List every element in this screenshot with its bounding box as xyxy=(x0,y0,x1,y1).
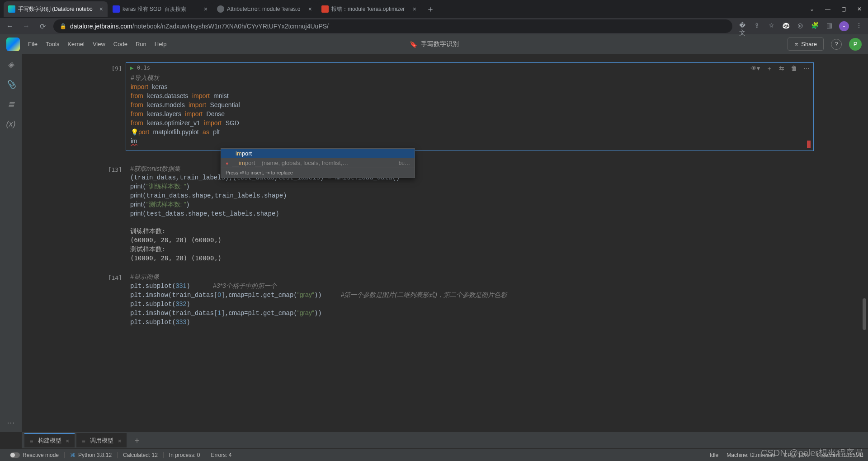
code-editor[interactable]: #显示图像 plt.subplot(331) #3*3个格子中的第一个 plt.… xyxy=(126,272,814,331)
share-page-icon[interactable]: ⇪ xyxy=(752,22,761,31)
chevron-down-icon[interactable]: ⌄ xyxy=(810,6,814,12)
autocomplete-tail: bu… xyxy=(399,160,410,166)
cpu-info: CPU: 12% xyxy=(783,452,809,458)
mem-info: FreeMem: 1355MB xyxy=(817,452,863,458)
code-cell[interactable]: #获取mnist数据集 (train_datas,train_labels),(… xyxy=(126,164,814,269)
notebook-area: [9] ▶ 0.1s 👁▾ ＋ ⇆ 🗑 ⋯ #导入模块 import keras… xyxy=(22,54,868,432)
translate-icon[interactable]: �文 xyxy=(738,22,747,31)
sheet-tab-active[interactable]: ≡ 构建模型 × xyxy=(24,433,75,447)
add-cell-icon[interactable]: ＋ xyxy=(766,65,773,73)
share-label: Share xyxy=(801,41,817,47)
run-menu[interactable]: Run xyxy=(136,41,146,47)
reload-icon[interactable]: ⟳ xyxy=(37,22,48,31)
close-icon[interactable]: × xyxy=(204,5,208,13)
status-bar: Reactive mode ⌘ Python 3.8.12 Calculated… xyxy=(0,448,868,461)
attachment-icon[interactable]: 📎 xyxy=(6,80,16,89)
close-icon[interactable]: × xyxy=(413,5,416,13)
autocomplete-popup: import ● __import__(name, globals, local… xyxy=(221,148,415,178)
python-version[interactable]: ⌘ Python 3.8.12 xyxy=(65,452,118,458)
lock-icon: 🔒 xyxy=(60,23,66,29)
tab-title: 手写数字识别 (Datalore notebo xyxy=(18,5,97,13)
browser-tab[interactable]: keras 没有 SGD_百度搜索 × xyxy=(108,1,212,17)
code-editor[interactable]: #导入模块 import keras from keras.datasets i… xyxy=(126,73,813,151)
add-sheet-button[interactable]: ＋ xyxy=(128,435,146,446)
browser-tab[interactable]: 报错：module 'keras.optimizer × xyxy=(317,1,421,17)
error-count[interactable]: Errors: 4 xyxy=(206,452,237,458)
move-cell-icon[interactable]: ⇆ xyxy=(779,65,784,73)
browser-tab[interactable]: AttributeError: module 'keras.o × xyxy=(212,1,316,17)
close-icon[interactable]: × xyxy=(118,437,122,444)
autocomplete-item-selected[interactable]: import xyxy=(221,149,415,158)
url-text: datalore.jetbrains.com/notebook/nZadxuwH… xyxy=(70,23,329,30)
help-button[interactable]: ? xyxy=(831,39,842,50)
cell-prompt: [14] xyxy=(103,272,126,331)
share-icon: ∝ xyxy=(794,41,798,47)
delete-cell-icon[interactable]: 🗑 xyxy=(791,65,797,73)
python-icon: ⌘ xyxy=(70,452,75,458)
share-button[interactable]: ∝ Share xyxy=(788,38,824,51)
inprocess-count: In process: 0 xyxy=(164,452,206,458)
more-icon[interactable]: ⋯ xyxy=(7,418,15,428)
csdn-favicon xyxy=(321,5,329,13)
toggle-icon xyxy=(10,452,20,458)
code-menu[interactable]: Code xyxy=(113,41,127,47)
extension-icon[interactable]: ◎ xyxy=(796,22,805,31)
browser-toolbar: ← → ⟳ 🔒 datalore.jetbrains.com/notebook/… xyxy=(0,18,868,34)
package-icon[interactable]: ◈ xyxy=(8,60,14,70)
reactive-mode-toggle[interactable]: Reactive mode xyxy=(5,452,65,458)
error-badge-icon: ● xyxy=(226,160,229,166)
view-menu[interactable]: View xyxy=(93,41,105,47)
kernel-menu[interactable]: Kernel xyxy=(67,41,85,47)
sheet-icon: ≡ xyxy=(82,437,85,444)
extensions-puzzle-icon[interactable]: 🧩 xyxy=(810,22,819,31)
baidu-favicon xyxy=(113,5,120,13)
star-icon[interactable]: ☆ xyxy=(767,22,776,31)
exec-time: 0.1s xyxy=(137,65,150,71)
new-tab-button[interactable]: ＋ xyxy=(424,3,437,15)
vertical-scrollbar[interactable] xyxy=(863,54,867,432)
error-gutter-marker[interactable] xyxy=(807,141,811,148)
notebook-title[interactable]: 🔖 手写数字识别 xyxy=(410,40,459,48)
extension-icon[interactable]: 🐼 xyxy=(781,22,790,31)
code-cell-active[interactable]: ▶ 0.1s 👁▾ ＋ ⇆ 🗑 ⋯ #导入模块 import keras fro… xyxy=(126,62,814,151)
sheet-label: 构建模型 xyxy=(38,437,61,445)
datalore-logo[interactable] xyxy=(6,38,20,51)
close-icon[interactable]: × xyxy=(66,437,70,444)
sheet-icon: ≡ xyxy=(30,437,33,444)
side-panel-icon[interactable]: ▥ xyxy=(825,22,834,31)
bookmark-icon: 🔖 xyxy=(410,41,417,48)
help-menu[interactable]: Help xyxy=(155,41,167,47)
lightbulb-icon[interactable]: 💡 xyxy=(131,128,138,136)
run-icon[interactable]: ▶ xyxy=(130,65,133,71)
cell-prompt: [9] xyxy=(103,62,126,151)
kebab-menu-icon[interactable]: ⋮ xyxy=(854,22,863,31)
cell-toolbar: 👁▾ ＋ ⇆ 🗑 ⋯ xyxy=(750,65,810,73)
maximize-icon[interactable]: ▢ xyxy=(841,6,846,12)
sheet-label: 调用模型 xyxy=(90,437,113,445)
scrollbar-thumb[interactable] xyxy=(863,298,866,330)
autocomplete-item[interactable]: ● __import__(name, globals, locals, from… xyxy=(221,158,415,168)
close-window-icon[interactable]: ✕ xyxy=(857,6,862,12)
forward-icon[interactable]: → xyxy=(21,22,32,30)
machine-info[interactable]: Machine: t2.medium xyxy=(726,452,775,458)
more-cell-icon[interactable]: ⋯ xyxy=(803,65,810,73)
globe-favicon xyxy=(217,5,224,13)
address-bar[interactable]: 🔒 datalore.jetbrains.com/notebook/nZadxu… xyxy=(53,19,732,33)
browser-tab-strip: 手写数字识别 (Datalore notebo × keras 没有 SGD_百… xyxy=(0,0,868,18)
app-header: File Tools Kernel View Code Run Help 🔖 手… xyxy=(0,34,868,54)
user-avatar[interactable]: P xyxy=(849,38,862,51)
visibility-icon[interactable]: 👁▾ xyxy=(750,65,760,73)
close-icon[interactable]: × xyxy=(99,5,103,13)
file-menu[interactable]: File xyxy=(28,41,38,47)
outline-icon[interactable]: ≣ xyxy=(8,99,14,109)
tools-menu[interactable]: Tools xyxy=(46,41,59,47)
close-icon[interactable]: × xyxy=(308,5,312,13)
variables-icon[interactable]: (x) xyxy=(6,119,16,129)
sheet-tab[interactable]: ≡ 调用模型 × xyxy=(76,433,127,447)
kernel-state: Idle xyxy=(710,452,718,458)
back-icon[interactable]: ← xyxy=(5,22,15,30)
profile-avatar[interactable]: • xyxy=(839,21,849,31)
minimize-icon[interactable]: — xyxy=(825,6,830,12)
browser-tab-active[interactable]: 手写数字识别 (Datalore notebo × xyxy=(4,1,108,17)
code-cell[interactable]: #显示图像 plt.subplot(331) #3*3个格子中的第一个 plt.… xyxy=(126,272,814,331)
